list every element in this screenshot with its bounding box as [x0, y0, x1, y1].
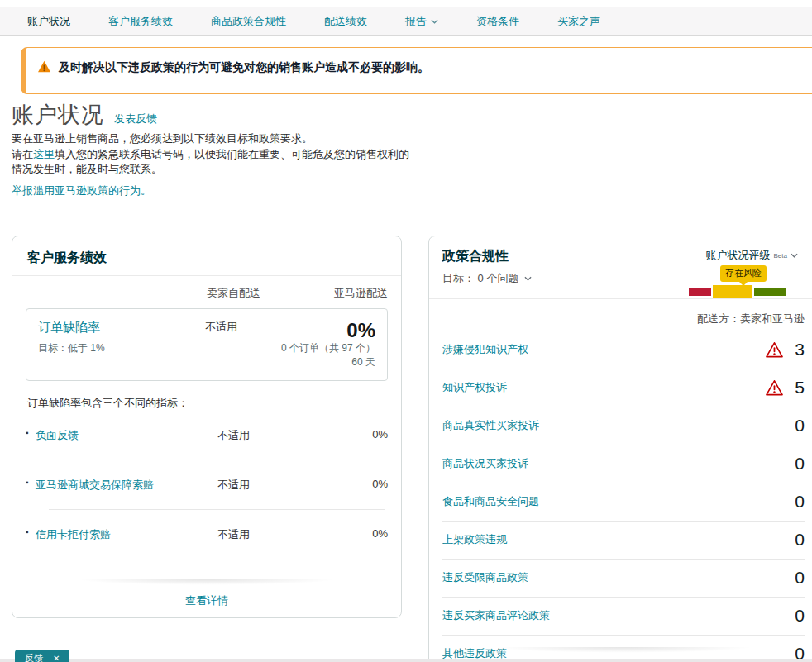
red-warning-triangle-icon [765, 379, 784, 396]
food-safety-issues-link[interactable]: 食品和商品安全问题 [442, 494, 539, 509]
feedback-tab-button[interactable]: 反馈 ✕ [15, 650, 69, 662]
ip-complaints-link[interactable]: 知识产权投诉 [442, 380, 507, 395]
metrics-intro: 订单缺陷率包含三个不同的指标： [27, 396, 386, 411]
policy-issue-row: 上架政策违规 0 [442, 522, 805, 560]
chevron-down-icon [791, 253, 798, 258]
nav-tab-eligibility[interactable]: 资格条件 [476, 14, 519, 29]
report-abuse-link[interactable]: 举报滥用亚马逊政策的行为。 [12, 183, 151, 198]
policy-target-dropdown[interactable]: 目标： 0 个问题 [442, 271, 532, 286]
nav-tab-voice-of-customer[interactable]: 买家之声 [557, 14, 600, 29]
ship-by-label: 配送方：卖家和亚马逊 [429, 299, 812, 331]
nav-tab-reports[interactable]: 报告 [405, 14, 438, 29]
page-bottom-strip [0, 659, 812, 662]
here-link[interactable]: 这里 [33, 148, 55, 160]
nav-tab-customer-service[interactable]: 客户服务绩效 [108, 14, 173, 29]
chevron-down-icon [524, 276, 532, 281]
policy-card-title: 政策合规性 [442, 248, 532, 265]
customer-service-card-title: 客户服务绩效 [27, 250, 107, 264]
card-bottom-shadow [468, 647, 779, 655]
policy-issue-row: 商品真实性买家投诉 0 [442, 407, 805, 445]
order-defect-rate-link[interactable]: 订单缺陷率 [38, 320, 100, 334]
odr-seller-value: 不适用 [178, 320, 265, 369]
policy-warning-banner: 及时解决以下违反政策的行为可避免对您的销售账户造成不必要的影响。 [21, 47, 812, 94]
condition-complaints-link[interactable]: 商品状况买家投诉 [442, 456, 528, 471]
policy-issue-row: 违反买家商品评论政策 0 [442, 598, 805, 636]
intro-line-1: 要在亚马逊上销售商品，您必须达到以下绩效目标和政策要求。 [12, 131, 409, 147]
policy-issue-row: 涉嫌侵犯知识产权 3 [442, 331, 805, 369]
nav-tab-account-health[interactable]: 账户状况 [27, 14, 70, 29]
odr-window: 60 天 [265, 355, 375, 369]
odr-target: 目标：低于 1% [38, 341, 178, 355]
policy-issue-row: 知识产权投诉 5 [442, 369, 805, 407]
column-header-seller-fulfilled: 卖家自配送 [190, 286, 277, 301]
policy-compliance-card: 政策合规性 目标： 0 个问题 账户状况评级Beta 存在风险 配送方：卖家和亚… [428, 236, 812, 662]
metric-row-atoz-claims: 亚马逊商城交易保障索赔 不适用 0% [26, 460, 388, 509]
banner-text: 及时解决以下违反政策的行为可避免对您的销售账户造成不必要的影响。 [59, 60, 429, 75]
metric-row-negative-feedback: 负面反馈 不适用 0% [26, 411, 388, 460]
order-defect-rate-box: 订单缺陷率 目标：低于 1% 不适用 0% 0 个订单（共 97 个） 60 天 [26, 308, 388, 381]
beta-tag: Beta [774, 252, 787, 260]
policy-issue-row: 违反受限商品政策 0 [442, 560, 805, 598]
intro-line-2: 请在这里填入您的紧急联系电话号码，以便我们能在重要、可能危及您的销售权利的 [12, 147, 409, 163]
policy-issue-row: 食品和商品安全问题 0 [442, 483, 805, 522]
warning-triangle-icon [37, 60, 51, 73]
red-warning-triangle-icon [765, 341, 784, 358]
account-health-nav: 账户状况 客户服务绩效 商品政策合规性 配送绩效 报告 资格条件 买家之声 [0, 7, 812, 36]
gauge-green-segment [754, 288, 786, 296]
chevron-down-icon [431, 19, 438, 24]
health-rating-gauge [689, 285, 798, 298]
metric-row-chargeback-claims: 信用卡拒付索赔 不适用 0% [26, 510, 388, 559]
listing-policy-violations-link[interactable]: 上架政策违规 [442, 532, 507, 547]
review-policy-violations-link[interactable]: 违反买家商品评论政策 [442, 608, 550, 623]
column-header-amazon-fulfilled[interactable]: 亚马逊配送 [277, 286, 388, 301]
chargeback-claims-link[interactable]: 信用卡拒付索赔 [26, 527, 190, 542]
nav-tab-shipping-performance[interactable]: 配送绩效 [324, 14, 367, 29]
give-feedback-link[interactable]: 发表反馈 [114, 112, 157, 125]
intro-text: 要在亚马逊上销售商品，您必须达到以下绩效目标和政策要求。 请在这里填入您的紧急联… [12, 131, 409, 178]
customer-service-performance-card: 客户服务绩效 卖家自配送 亚马逊配送 订单缺陷率 目标：低于 1% 不适用 0%… [12, 236, 402, 618]
account-health-rating-widget: 账户状况评级Beta 存在风险 [689, 248, 798, 298]
close-icon[interactable]: ✕ [53, 654, 60, 662]
nav-tab-product-policy[interactable]: 商品政策合规性 [211, 14, 286, 29]
restricted-product-violations-link[interactable]: 违反受限商品政策 [442, 570, 528, 585]
gauge-yellow-segment [713, 285, 752, 298]
authenticity-complaints-link[interactable]: 商品真实性买家投诉 [442, 418, 539, 433]
policy-issue-row: 商品状况买家投诉 0 [442, 445, 805, 483]
page-title: 账户状况 [12, 102, 104, 127]
intro-line-3: 情况发生时，能及时与您联系。 [12, 162, 409, 178]
gauge-red-segment [689, 288, 711, 296]
negative-feedback-link[interactable]: 负面反馈 [26, 428, 190, 443]
at-risk-badge: 存在风险 [720, 265, 767, 282]
view-details-link[interactable]: 查看详情 [185, 594, 228, 607]
atoz-claims-link[interactable]: 亚马逊商城交易保障索赔 [26, 478, 190, 493]
odr-amazon-value: 0% [265, 320, 375, 341]
ip-suspected-infringement-link[interactable]: 涉嫌侵犯知识产权 [442, 342, 528, 357]
odr-order-count: 0 个订单（共 97 个） [265, 341, 375, 355]
account-health-rating-dropdown[interactable]: 账户状况评级Beta [689, 248, 798, 263]
